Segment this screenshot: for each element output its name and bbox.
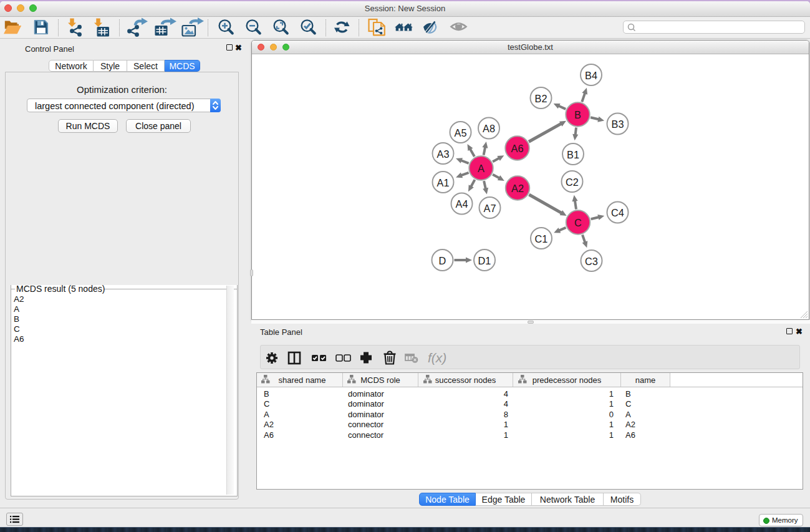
svg-text:A2: A2 <box>511 183 524 194</box>
svg-text:C2: C2 <box>566 177 579 188</box>
svg-text:B: B <box>574 109 581 120</box>
svg-text:A5: A5 <box>455 127 467 138</box>
svg-text:B3: B3 <box>612 118 624 130</box>
svg-text:A3: A3 <box>437 148 450 160</box>
svg-text:C4: C4 <box>611 207 624 218</box>
svg-text:A7: A7 <box>484 203 496 214</box>
svg-text:A1: A1 <box>437 177 450 188</box>
svg-text:D1: D1 <box>478 255 491 266</box>
svg-text:A8: A8 <box>483 123 495 134</box>
svg-text:B1: B1 <box>567 149 579 160</box>
svg-text:A6: A6 <box>511 143 524 154</box>
svg-text:B2: B2 <box>535 93 547 104</box>
svg-text:C: C <box>574 217 582 228</box>
svg-text:C3: C3 <box>585 256 598 267</box>
svg-text:A: A <box>478 163 485 174</box>
svg-text:B4: B4 <box>585 70 597 81</box>
svg-text:C1: C1 <box>535 233 548 244</box>
svg-text:D: D <box>439 255 446 266</box>
svg-text:f(x): f(x) <box>428 351 446 365</box>
svg-text:A4: A4 <box>456 198 468 210</box>
